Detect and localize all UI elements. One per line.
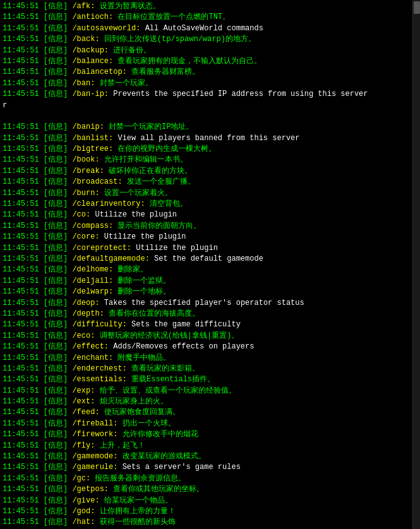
- console-output[interactable]: 11:45:51 [信息] /afk: 设置为暂离状态。11:45:51 [信息…: [0, 0, 412, 529]
- log-line: 11:45:51 [信息] /depth: 查看你在位置的海拔高度。: [3, 309, 410, 319]
- scrollbar[interactable]: [412, 0, 420, 529]
- log-line: 11:45:51 [信息] /enderchest: 查看玩家的末影箱。: [3, 364, 410, 374]
- log-line: 11:45:51 [信息] /fireball: 扔出一个火球。: [3, 419, 410, 429]
- log-line: 11:45:51 [信息] /break: 破坏掉你正在看的方块。: [3, 166, 410, 177]
- log-line: 11:45:51 [信息] /defaultgamemode: Set the …: [3, 254, 410, 264]
- log-line: 11:45:51 [信息] /antioch: 在目标位置放置一个点燃的TNT。: [3, 12, 410, 23]
- log-line: 11:45:51 [信息] /gamemode: 改变某玩家的游戏模式。: [3, 451, 410, 462]
- log-line: 11:45:51 [信息] /hat: 获得一些很酷的新头饰: [3, 517, 410, 528]
- log-line: 11:45:51 [信息] /getpos: 查看你或其他玩家的坐标。: [3, 484, 410, 495]
- log-line: 11:45:51 [信息] /backup: 进行备份。: [3, 45, 410, 56]
- log-line: 11:45:51 [信息] /clearinventory: 清空背包。: [3, 199, 410, 210]
- log-line: 11:45:51 [信息] /banlist: View all players…: [3, 133, 410, 144]
- log-line: 11:45:51 [信息] /compass: 显示当前你的面朝方向。: [3, 221, 410, 232]
- log-line: 11:45:51 [信息] /give: 给某玩家一个物品。: [3, 496, 410, 506]
- log-line: 11:45:51 [信息] /balancetop: 查看服务器财富榜。: [3, 67, 410, 78]
- log-line: 11:45:51 [信息] /deop: Takes the specified…: [3, 298, 410, 309]
- log-line: [3, 111, 410, 122]
- log-line: 11:45:51 [信息] /back: 回到你上次传送(tp/spawn/wa…: [3, 34, 410, 45]
- log-line: 11:45:51 [信息] /banip: 封禁一个玩家的IP地址。: [3, 122, 410, 133]
- scrollbar-thumb[interactable]: [414, 1, 420, 14]
- log-line: 11:45:51 [信息] /book: 允许打开和编辑一本书。: [3, 155, 410, 165]
- log-line: 11:45:51 [信息] /afk: 设置为暂离状态。: [3, 1, 410, 12]
- log-line: 11:45:51 [信息] /delwarp: 删除一个地标。: [3, 287, 410, 297]
- log-line: 11:45:51 [信息] /ban-ip: Prevents the spec…: [3, 89, 410, 100]
- log-line: 11:45:51 [信息] /ban: 封禁一个玩家。: [3, 78, 410, 89]
- log-line: 11:45:51 [信息] /core: Utilize the plugin: [3, 232, 410, 242]
- log-line: 11:45:51 [信息] /fly: 上升，起飞！: [3, 441, 410, 451]
- log-line-cont: r: [3, 100, 410, 111]
- log-line: 11:45:51 [信息] /ext: 熄灭玩家身上的火。: [3, 396, 410, 407]
- log-line: 11:45:51 [信息] /exp: 给予、设置、或查看一个玩家的经验值。: [3, 386, 410, 396]
- log-line: 11:45:51 [信息] /co: Utilize the plugin: [3, 210, 410, 220]
- log-line: 11:45:51 [信息] /feed: 使玩家饱食度回复满。: [3, 407, 410, 418]
- log-line: 11:45:51 [信息] /god: 让你拥有上帝的力量！: [3, 506, 410, 517]
- log-line: 11:45:51 [信息] /gamerule: Sets a server's…: [3, 462, 410, 473]
- log-line: 11:45:51 [信息] /firework: 允许你修改手中的烟花: [3, 429, 410, 440]
- log-line: 11:45:51 [信息] /bigtree: 在你的视野内生成一棵大树。: [3, 144, 410, 155]
- log-line: 11:45:51 [信息] /essentials: 重载Essentials插…: [3, 374, 410, 385]
- log-line: 11:45:51 [信息] /coreprotect: Utilize the …: [3, 243, 410, 254]
- log-line: 11:45:51 [信息] /deljail: 删除一个监狱。: [3, 276, 410, 287]
- log-line: 11:45:51 [信息] /balance: 查看玩家拥有的现金，不输入默认为…: [3, 56, 410, 67]
- log-line: 11:45:51 [信息] /gc: 报告服务器剩余资源信息。: [3, 473, 410, 484]
- log-line: 11:45:51 [信息] /autosaveworld: All AutoSa…: [3, 23, 410, 34]
- log-line: 11:45:51 [信息] /difficulty: Sets the game…: [3, 319, 410, 330]
- console-container: 11:45:51 [信息] /afk: 设置为暂离状态。11:45:51 [信息…: [0, 0, 420, 529]
- log-line: 11:45:51 [信息] /eco: 调整玩家的经济状况(给钱|拿钱|重置)。: [3, 331, 410, 342]
- log-line: 11:45:51 [信息] /delhome: 删除家。: [3, 264, 410, 275]
- log-line: 11:45:51 [信息] /enchant: 附魔手中物品。: [3, 353, 410, 364]
- log-line: 11:45:51 [信息] /burn: 设置一个玩家着火。: [3, 188, 410, 199]
- log-line: 11:45:51 [信息] /effect: Adds/Removes effe…: [3, 342, 410, 352]
- log-line: 11:45:51 [信息] /broadcast: 发送一个全服广播。: [3, 177, 410, 187]
